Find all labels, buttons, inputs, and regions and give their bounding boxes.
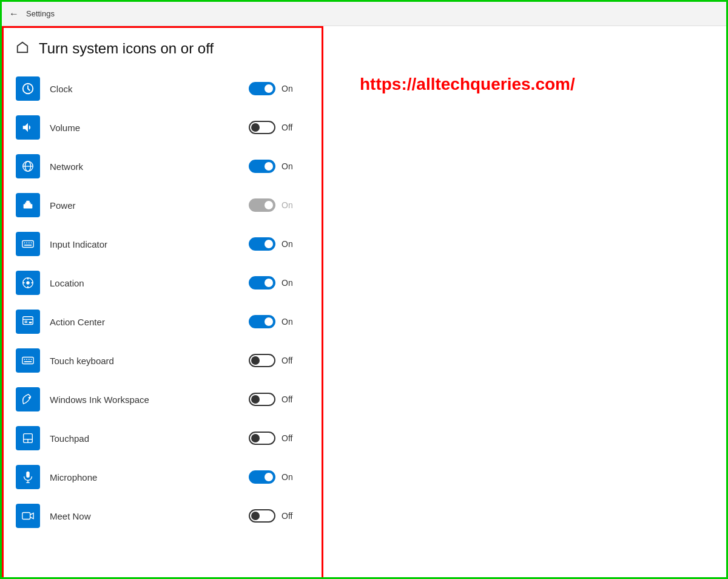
toggle-input-indicator[interactable]	[249, 237, 275, 251]
setting-item-input-indicator: Input IndicatorOn	[4, 225, 322, 263]
item-label-volume: Volume	[50, 123, 239, 133]
toggle-location[interactable]	[249, 276, 275, 290]
toggle-meet-now[interactable]	[249, 509, 275, 523]
toggle-label-microphone: On	[281, 472, 297, 482]
toggle-label-power: On	[281, 200, 297, 210]
toggle-container-clock: On	[249, 82, 309, 95]
toggle-knob-power	[265, 201, 273, 209]
toggle-knob-touchpad	[251, 434, 260, 442]
item-label-touch-keyboard: Touch keyboard	[50, 356, 239, 366]
toggle-knob-volume	[251, 123, 260, 132]
toggle-knob-action-center	[265, 317, 273, 326]
toggle-label-input-indicator: On	[281, 239, 297, 249]
toggle-container-location: On	[249, 276, 309, 290]
setting-item-clock: ClockOn	[4, 69, 322, 108]
toggle-label-action-center: On	[281, 317, 297, 327]
right-panel: https://alltechqueries.com/	[323, 26, 726, 579]
microphone-icon	[16, 465, 40, 489]
svg-rect-34	[26, 472, 30, 478]
power-icon	[16, 193, 40, 217]
toggle-knob-microphone	[265, 473, 273, 481]
setting-item-network: NetworkOn	[4, 147, 322, 186]
toggle-knob-windows-ink	[251, 395, 260, 404]
setting-item-location: LocationOn	[4, 263, 322, 302]
ink-icon	[16, 387, 40, 411]
svg-point-13	[26, 281, 30, 285]
home-icon	[16, 41, 29, 57]
toggle-container-microphone: On	[249, 470, 309, 484]
toggle-label-touchpad: Off	[281, 433, 297, 443]
toggle-knob-clock	[265, 84, 273, 93]
item-label-power: Power	[50, 200, 239, 211]
toggle-container-action-center: On	[249, 315, 309, 328]
svg-point-30	[29, 396, 31, 399]
setting-item-touchpad: TouchpadOff	[4, 419, 322, 458]
toggle-container-volume: Off	[249, 121, 309, 134]
svg-rect-6	[26, 201, 30, 203]
location-icon	[16, 271, 40, 295]
settings-panel: Turn system icons on or off ClockOnVolum…	[2, 26, 323, 579]
touchpad-icon	[16, 426, 40, 450]
item-label-input-indicator: Input Indicator	[50, 239, 239, 249]
toggle-container-touchpad: Off	[249, 432, 309, 445]
watermark-link[interactable]: https://alltechqueries.com/	[360, 75, 575, 94]
toggle-container-power: On	[249, 198, 309, 212]
toggle-label-windows-ink: Off	[281, 394, 297, 404]
toggle-knob-meet-now	[251, 512, 260, 520]
setting-item-meet-now: Meet NowOff	[4, 496, 322, 535]
toggle-volume[interactable]	[249, 121, 275, 134]
toggle-touch-keyboard[interactable]	[249, 354, 275, 367]
item-label-action-center: Action Center	[50, 317, 239, 327]
item-label-network: Network	[50, 161, 239, 172]
item-label-clock: Clock	[50, 84, 239, 94]
toggle-label-meet-now: Off	[281, 511, 297, 521]
setting-item-volume: VolumeOff	[4, 108, 322, 147]
meet-icon	[16, 504, 40, 528]
page-title: Turn system icons on or off	[39, 40, 214, 57]
toggle-clock[interactable]	[249, 82, 275, 95]
toggle-container-meet-now: Off	[249, 509, 309, 523]
network-icon	[16, 154, 40, 178]
toggle-network[interactable]	[249, 160, 275, 173]
toggle-container-touch-keyboard: Off	[249, 354, 309, 367]
setting-item-action-center: Action CenterOn	[4, 302, 322, 341]
toggle-container-network: On	[249, 160, 309, 173]
setting-item-power: PowerOn	[4, 186, 322, 225]
toggle-windows-ink[interactable]	[249, 393, 275, 406]
toggle-knob-touch-keyboard	[251, 356, 260, 365]
toggle-action-center[interactable]	[249, 315, 275, 328]
toggle-label-touch-keyboard: Off	[281, 356, 297, 365]
toggle-label-network: On	[281, 161, 297, 171]
svg-rect-24	[22, 357, 33, 364]
input-icon	[16, 232, 40, 256]
setting-item-microphone: MicrophoneOn	[4, 458, 322, 496]
toggle-label-clock: On	[281, 84, 297, 93]
toggle-knob-location	[265, 279, 273, 287]
svg-rect-7	[22, 241, 33, 248]
item-label-microphone: Microphone	[50, 472, 239, 482]
back-button[interactable]: ←	[9, 8, 19, 19]
item-label-touchpad: Touchpad	[50, 433, 239, 444]
action-icon	[16, 310, 40, 334]
toggle-container-windows-ink: Off	[249, 393, 309, 406]
setting-item-windows-ink: Windows Ink WorkspaceOff	[4, 380, 322, 419]
toggle-microphone[interactable]	[249, 470, 275, 484]
item-label-meet-now: Meet Now	[50, 511, 239, 521]
toggle-power[interactable]	[249, 198, 275, 212]
toggle-label-location: On	[281, 278, 297, 288]
svg-rect-37	[22, 513, 30, 520]
toggle-touchpad[interactable]	[249, 432, 275, 445]
title-bar: ← Settings	[2, 2, 726, 26]
svg-rect-21	[29, 322, 32, 323]
item-label-windows-ink: Windows Ink Workspace	[50, 394, 239, 405]
setting-item-touch-keyboard: Touch keyboardOff	[4, 341, 322, 380]
volume-icon	[16, 115, 40, 140]
toggle-knob-input-indicator	[265, 240, 273, 248]
title-bar-text: Settings	[26, 9, 55, 18]
toggle-label-volume: Off	[281, 123, 297, 132]
toggle-container-input-indicator: On	[249, 237, 309, 251]
keyboard-icon	[16, 348, 40, 373]
toggle-knob-network	[265, 162, 273, 171]
item-label-location: Location	[50, 278, 239, 288]
clock-icon	[16, 76, 40, 101]
